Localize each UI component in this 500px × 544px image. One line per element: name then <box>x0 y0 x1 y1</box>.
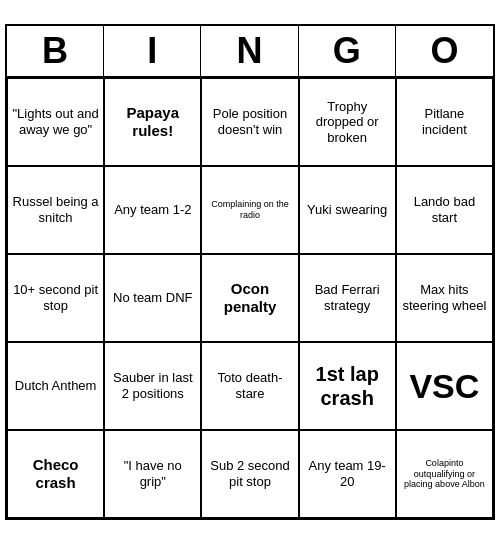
bingo-cell-11[interactable]: No team DNF <box>104 254 201 342</box>
bingo-cell-23[interactable]: Any team 19-20 <box>299 430 396 518</box>
bingo-cell-7[interactable]: Complaining on the radio <box>201 166 298 254</box>
bingo-cell-21[interactable]: "I have no grip" <box>104 430 201 518</box>
letter-n: N <box>201 26 298 76</box>
bingo-cell-17[interactable]: Toto death-stare <box>201 342 298 430</box>
bingo-cell-13[interactable]: Bad Ferrari strategy <box>299 254 396 342</box>
bingo-cell-8[interactable]: Yuki swearing <box>299 166 396 254</box>
bingo-cell-10[interactable]: 10+ second pit stop <box>7 254 104 342</box>
letter-g: G <box>299 26 396 76</box>
bingo-cell-3[interactable]: Trophy dropped or broken <box>299 78 396 166</box>
bingo-cell-14[interactable]: Max hits steering wheel <box>396 254 493 342</box>
bingo-header: B I N G O <box>7 26 493 78</box>
bingo-cell-12[interactable]: Ocon penalty <box>201 254 298 342</box>
bingo-cell-22[interactable]: Sub 2 second pit stop <box>201 430 298 518</box>
bingo-cell-20[interactable]: Checo crash <box>7 430 104 518</box>
bingo-cell-4[interactable]: Pitlane incident <box>396 78 493 166</box>
letter-o: O <box>396 26 493 76</box>
letter-i: I <box>104 26 201 76</box>
bingo-cell-9[interactable]: Lando bad start <box>396 166 493 254</box>
bingo-cell-0[interactable]: "Lights out and away we go" <box>7 78 104 166</box>
bingo-cell-18[interactable]: 1st lap crash <box>299 342 396 430</box>
bingo-grid: "Lights out and away we go"Papaya rules!… <box>7 78 493 518</box>
bingo-cell-2[interactable]: Pole position doesn't win <box>201 78 298 166</box>
bingo-card: B I N G O "Lights out and away we go"Pap… <box>5 24 495 520</box>
bingo-cell-16[interactable]: Sauber in last 2 positions <box>104 342 201 430</box>
bingo-cell-5[interactable]: Russel being a snitch <box>7 166 104 254</box>
letter-b: B <box>7 26 104 76</box>
bingo-cell-24[interactable]: Colapinto outqualifying or placing above… <box>396 430 493 518</box>
bingo-cell-19[interactable]: VSC <box>396 342 493 430</box>
bingo-cell-6[interactable]: Any team 1-2 <box>104 166 201 254</box>
bingo-cell-1[interactable]: Papaya rules! <box>104 78 201 166</box>
bingo-cell-15[interactable]: Dutch Anthem <box>7 342 104 430</box>
